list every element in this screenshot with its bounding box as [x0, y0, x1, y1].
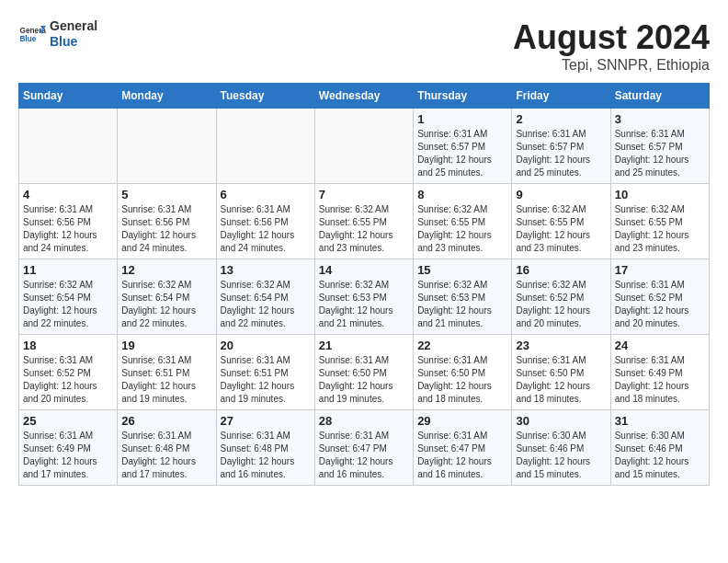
day-info: Sunrise: 6:31 AM Sunset: 6:56 PM Dayligh… [221, 203, 311, 255]
page-header: General Blue General Blue August 2024 Te… [18, 18, 710, 74]
header-cell-tuesday: Tuesday [216, 84, 314, 109]
day-number: 3 [615, 112, 705, 126]
calendar-cell: 28Sunrise: 6:31 AM Sunset: 6:47 PM Dayli… [314, 410, 413, 486]
day-info: Sunrise: 6:31 AM Sunset: 6:56 PM Dayligh… [23, 203, 113, 255]
day-number: 6 [221, 188, 311, 201]
day-info: Sunrise: 6:32 AM Sunset: 6:55 PM Dayligh… [516, 203, 606, 255]
calendar-cell: 3Sunrise: 6:31 AM Sunset: 6:57 PM Daylig… [610, 109, 709, 184]
calendar-table: SundayMondayTuesdayWednesdayThursdayFrid… [18, 83, 710, 486]
calendar-cell: 24Sunrise: 6:31 AM Sunset: 6:49 PM Dayli… [610, 335, 709, 410]
subtitle: Tepi, SNNPR, Ethiopia [513, 57, 710, 74]
day-info: Sunrise: 6:31 AM Sunset: 6:50 PM Dayligh… [319, 354, 409, 406]
day-number: 19 [121, 339, 211, 352]
calendar-cell: 27Sunrise: 6:31 AM Sunset: 6:48 PM Dayli… [216, 410, 314, 486]
day-info: Sunrise: 6:32 AM Sunset: 6:54 PM Dayligh… [221, 279, 311, 330]
main-title: August 2024 [513, 18, 710, 57]
calendar-cell: 12Sunrise: 6:32 AM Sunset: 6:54 PM Dayli… [118, 259, 216, 335]
calendar-cell: 2Sunrise: 6:31 AM Sunset: 6:57 PM Daylig… [512, 109, 610, 184]
day-info: Sunrise: 6:30 AM Sunset: 6:46 PM Dayligh… [516, 430, 606, 481]
header-cell-wednesday: Wednesday [314, 84, 413, 109]
day-number: 26 [121, 414, 211, 428]
calendar-cell: 7Sunrise: 6:32 AM Sunset: 6:55 PM Daylig… [314, 184, 413, 259]
day-number: 20 [221, 339, 311, 352]
day-number: 13 [221, 263, 311, 277]
day-info: Sunrise: 6:32 AM Sunset: 6:52 PM Dayligh… [516, 279, 606, 330]
week-row-0: 1Sunrise: 6:31 AM Sunset: 6:57 PM Daylig… [19, 109, 710, 184]
logo-blue-text: Blue [50, 34, 97, 50]
day-number: 30 [516, 414, 606, 428]
calendar-cell: 21Sunrise: 6:31 AM Sunset: 6:50 PM Dayli… [314, 335, 413, 410]
day-number: 17 [615, 263, 705, 277]
week-row-1: 4Sunrise: 6:31 AM Sunset: 6:56 PM Daylig… [19, 184, 710, 259]
day-info: Sunrise: 6:31 AM Sunset: 6:50 PM Dayligh… [417, 354, 507, 406]
calendar-cell: 11Sunrise: 6:32 AM Sunset: 6:54 PM Dayli… [19, 259, 118, 335]
calendar-cell: 6Sunrise: 6:31 AM Sunset: 6:56 PM Daylig… [216, 184, 314, 259]
calendar-cell: 8Sunrise: 6:32 AM Sunset: 6:55 PM Daylig… [414, 184, 512, 259]
day-info: Sunrise: 6:31 AM Sunset: 6:49 PM Dayligh… [615, 354, 705, 406]
day-number: 25 [23, 414, 113, 428]
day-info: Sunrise: 6:30 AM Sunset: 6:46 PM Dayligh… [615, 430, 705, 481]
day-number: 2 [516, 112, 606, 126]
day-info: Sunrise: 6:32 AM Sunset: 6:54 PM Dayligh… [121, 279, 211, 330]
day-info: Sunrise: 6:32 AM Sunset: 6:53 PM Dayligh… [319, 279, 409, 330]
calendar-cell: 18Sunrise: 6:31 AM Sunset: 6:52 PM Dayli… [19, 335, 118, 410]
calendar-cell: 9Sunrise: 6:32 AM Sunset: 6:55 PM Daylig… [512, 184, 610, 259]
day-number: 14 [319, 263, 409, 277]
day-number: 22 [417, 339, 507, 352]
calendar-cell: 10Sunrise: 6:32 AM Sunset: 6:55 PM Dayli… [610, 184, 709, 259]
day-number: 18 [23, 339, 113, 352]
calendar-cell: 1Sunrise: 6:31 AM Sunset: 6:57 PM Daylig… [414, 109, 512, 184]
calendar-cell: 15Sunrise: 6:32 AM Sunset: 6:53 PM Dayli… [414, 259, 512, 335]
week-row-2: 11Sunrise: 6:32 AM Sunset: 6:54 PM Dayli… [19, 259, 710, 335]
day-info: Sunrise: 6:32 AM Sunset: 6:55 PM Dayligh… [417, 203, 507, 255]
day-info: Sunrise: 6:31 AM Sunset: 6:50 PM Dayligh… [516, 354, 606, 406]
calendar-cell: 22Sunrise: 6:31 AM Sunset: 6:50 PM Dayli… [414, 335, 512, 410]
day-number: 10 [615, 188, 705, 201]
day-info: Sunrise: 6:31 AM Sunset: 6:52 PM Dayligh… [23, 354, 113, 406]
calendar-cell [19, 109, 118, 184]
calendar-cell: 23Sunrise: 6:31 AM Sunset: 6:50 PM Dayli… [512, 335, 610, 410]
header-cell-saturday: Saturday [610, 84, 709, 109]
calendar-cell: 31Sunrise: 6:30 AM Sunset: 6:46 PM Dayli… [610, 410, 709, 486]
day-number: 31 [615, 414, 705, 428]
logo-icon: General Blue [18, 20, 46, 48]
day-info: Sunrise: 6:31 AM Sunset: 6:57 PM Dayligh… [417, 128, 507, 179]
calendar-cell: 30Sunrise: 6:30 AM Sunset: 6:46 PM Dayli… [512, 410, 610, 486]
day-info: Sunrise: 6:31 AM Sunset: 6:52 PM Dayligh… [615, 279, 705, 330]
day-info: Sunrise: 6:31 AM Sunset: 6:48 PM Dayligh… [121, 430, 211, 481]
day-number: 24 [615, 339, 705, 352]
day-info: Sunrise: 6:31 AM Sunset: 6:51 PM Dayligh… [121, 354, 211, 406]
day-number: 8 [417, 188, 507, 201]
header-cell-thursday: Thursday [414, 84, 512, 109]
calendar-cell: 14Sunrise: 6:32 AM Sunset: 6:53 PM Dayli… [314, 259, 413, 335]
day-number: 5 [121, 188, 211, 201]
day-info: Sunrise: 6:31 AM Sunset: 6:51 PM Dayligh… [221, 354, 311, 406]
calendar-cell: 29Sunrise: 6:31 AM Sunset: 6:47 PM Dayli… [414, 410, 512, 486]
svg-text:Blue: Blue [20, 34, 37, 42]
day-info: Sunrise: 6:32 AM Sunset: 6:55 PM Dayligh… [319, 203, 409, 255]
calendar-cell: 16Sunrise: 6:32 AM Sunset: 6:52 PM Dayli… [512, 259, 610, 335]
calendar-cell: 13Sunrise: 6:32 AM Sunset: 6:54 PM Dayli… [216, 259, 314, 335]
header-row: SundayMondayTuesdayWednesdayThursdayFrid… [19, 84, 710, 109]
day-number: 23 [516, 339, 606, 352]
calendar-cell: 25Sunrise: 6:31 AM Sunset: 6:49 PM Dayli… [19, 410, 118, 486]
header-cell-sunday: Sunday [19, 84, 118, 109]
day-number: 21 [319, 339, 409, 352]
day-number: 28 [319, 414, 409, 428]
day-info: Sunrise: 6:32 AM Sunset: 6:54 PM Dayligh… [23, 279, 113, 330]
logo-general-text: General [50, 18, 97, 34]
week-row-4: 25Sunrise: 6:31 AM Sunset: 6:49 PM Dayli… [19, 410, 710, 486]
day-number: 27 [221, 414, 311, 428]
week-row-3: 18Sunrise: 6:31 AM Sunset: 6:52 PM Dayli… [19, 335, 710, 410]
header-cell-monday: Monday [118, 84, 216, 109]
day-number: 15 [417, 263, 507, 277]
day-number: 4 [23, 188, 113, 201]
header-cell-friday: Friday [512, 84, 610, 109]
day-info: Sunrise: 6:31 AM Sunset: 6:57 PM Dayligh… [516, 128, 606, 179]
day-info: Sunrise: 6:31 AM Sunset: 6:57 PM Dayligh… [615, 128, 705, 179]
logo: General Blue General Blue [18, 18, 97, 50]
title-block: August 2024 Tepi, SNNPR, Ethiopia [513, 18, 710, 74]
day-number: 12 [121, 263, 211, 277]
day-info: Sunrise: 6:32 AM Sunset: 6:53 PM Dayligh… [417, 279, 507, 330]
calendar-cell: 4Sunrise: 6:31 AM Sunset: 6:56 PM Daylig… [19, 184, 118, 259]
